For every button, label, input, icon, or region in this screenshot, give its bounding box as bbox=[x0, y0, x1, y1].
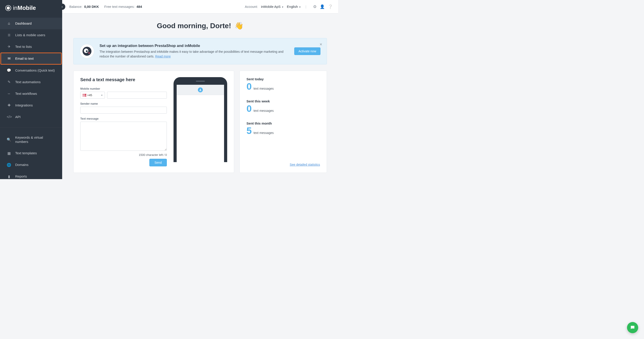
stat-month-label: Sent this month bbox=[246, 122, 320, 125]
sidebar-item-conversations[interactable]: 💬 Conversations (Quick text) bbox=[0, 64, 62, 76]
sidebar-item-email-to-text[interactable]: ✉ Email to text bbox=[0, 52, 62, 64]
balance-value: 0,00 DKK bbox=[84, 5, 99, 8]
alert-description: The integration between Prestashop and i… bbox=[100, 50, 289, 59]
sidebar-item-api[interactable]: </> API bbox=[0, 111, 62, 123]
sidebar-item-lists[interactable]: ≣ Lists & mobile users bbox=[0, 29, 62, 41]
sidebar-item-label: Email to text bbox=[15, 56, 34, 61]
sidebar-item-automations[interactable]: ✎ Text automations bbox=[0, 76, 62, 88]
content-scroll[interactable]: Good morning, Dorte! 👋 × Set up an integ… bbox=[62, 14, 338, 179]
chevron-left-icon: ‹ bbox=[62, 5, 63, 8]
stat-today-unit: text messages bbox=[254, 87, 274, 90]
stat-today-label: Sent today bbox=[246, 77, 320, 81]
stat-week-unit: text messages bbox=[254, 109, 274, 112]
sidebar-item-reports[interactable]: ▮ Reports bbox=[0, 171, 62, 179]
grid-icon: ▦ bbox=[7, 151, 11, 156]
stat-week-label: Sent this week bbox=[246, 99, 320, 103]
read-more-link[interactable]: Read more bbox=[155, 54, 170, 58]
sidebar-item-label: Keywords & virtual numbers bbox=[15, 136, 56, 144]
chevron-down-icon: ▼ bbox=[299, 6, 301, 8]
account-dropdown[interactable]: inMobile ApS ▼ bbox=[261, 5, 284, 8]
chevron-down-icon: ▾ bbox=[101, 94, 102, 96]
chart-icon: ▮ bbox=[7, 174, 11, 179]
mobile-number-label: Mobile number bbox=[80, 87, 167, 90]
main-content: ‹ Balance: 0,00 DKK Free text messages: … bbox=[62, 0, 338, 179]
puzzle-icon: ✚ bbox=[7, 103, 11, 108]
alert-title: Set up an integration between PrestaShop… bbox=[100, 44, 289, 48]
send-card-title: Send a text message here bbox=[80, 77, 167, 82]
sidebar-item-label: Conversations (Quick text) bbox=[15, 68, 55, 73]
flag-dk-icon bbox=[83, 94, 86, 96]
sidebar-item-text-to-lists[interactable]: ✈ Text to lists bbox=[0, 41, 62, 52]
help-icon[interactable]: ❔ bbox=[328, 4, 333, 9]
arrows-icon: ↔ bbox=[7, 92, 11, 96]
chat-icon: 💬 bbox=[7, 68, 11, 73]
sidebar-collapse-button[interactable]: ‹ bbox=[59, 4, 65, 10]
greeting-title: Good morning, Dorte! 👋 bbox=[73, 22, 327, 30]
send-button[interactable]: Send bbox=[149, 159, 167, 166]
stats-card: Sent today 0 text messages Sent this wee… bbox=[240, 71, 327, 173]
sender-name-input[interactable] bbox=[80, 107, 167, 114]
sidebar-item-domains[interactable]: 🌐 Domains bbox=[0, 159, 62, 171]
list-icon: ≣ bbox=[7, 33, 11, 37]
character-count: 1500 character left / 0 bbox=[80, 153, 167, 156]
sidebar-item-label: Text to lists bbox=[15, 45, 32, 49]
key-icon: 🔍 bbox=[7, 138, 11, 142]
mobile-number-input[interactable] bbox=[107, 92, 167, 98]
free-texts-value: 484 bbox=[136, 5, 142, 8]
envelope-icon: ✉ bbox=[7, 56, 11, 61]
gear-icon[interactable]: ⚙ bbox=[313, 4, 317, 9]
globe-icon: 🌐 bbox=[7, 163, 11, 167]
account-label: Account: bbox=[245, 5, 258, 8]
sidebar: inMobile ⌂ Dashboard ≣ Lists & mobile us… bbox=[0, 0, 62, 179]
sidebar-item-label: Integrations bbox=[15, 103, 33, 108]
sidebar-item-label: Text workflows bbox=[15, 92, 37, 96]
phone-avatar-icon bbox=[198, 88, 203, 92]
free-texts-label: Free text messages: bbox=[104, 5, 134, 8]
sender-name-label: Sender name bbox=[80, 102, 167, 105]
wave-emoji: 👋 bbox=[234, 22, 244, 30]
logo-icon bbox=[5, 5, 11, 11]
language-dropdown[interactable]: English ▼ bbox=[287, 5, 301, 8]
sidebar-item-dashboard[interactable]: ⌂ Dashboard bbox=[0, 18, 62, 29]
close-icon[interactable]: × bbox=[320, 42, 322, 47]
svg-point-3 bbox=[200, 89, 201, 90]
activate-button[interactable]: Activate now bbox=[294, 48, 320, 55]
phone-preview bbox=[174, 77, 227, 166]
user-icon[interactable]: 👤 bbox=[320, 4, 325, 9]
stat-month-value: 5 bbox=[246, 126, 252, 136]
text-message-textarea[interactable] bbox=[80, 122, 167, 151]
stat-week-value: 0 bbox=[246, 104, 252, 113]
sidebar-item-workflows[interactable]: ↔ Text workflows bbox=[0, 88, 62, 100]
chevron-down-icon: ▼ bbox=[282, 6, 284, 8]
wand-icon: ✎ bbox=[7, 80, 11, 84]
stat-today-value: 0 bbox=[246, 82, 252, 91]
sidebar-item-label: Text automations bbox=[15, 80, 40, 84]
sidebar-item-label: Lists & mobile users bbox=[15, 33, 45, 37]
svg-point-2 bbox=[86, 50, 88, 52]
sidebar-item-templates[interactable]: ▦ Text templates bbox=[0, 148, 62, 159]
home-icon: ⌂ bbox=[7, 21, 11, 26]
country-code-select[interactable]: +45 ▾ bbox=[80, 92, 105, 98]
sidebar-item-label: Reports bbox=[15, 174, 27, 179]
detailed-stats-link[interactable]: See detailed statistics bbox=[246, 163, 320, 166]
topbar: ‹ Balance: 0,00 DKK Free text messages: … bbox=[62, 0, 338, 14]
sidebar-item-keywords[interactable]: 🔍 Keywords & virtual numbers bbox=[0, 132, 62, 148]
logo-text: inMobile bbox=[13, 4, 36, 12]
stat-month-unit: text messages bbox=[254, 131, 274, 134]
text-message-label: Text message bbox=[80, 117, 167, 120]
balance-label: Balance: bbox=[69, 5, 82, 8]
sidebar-item-label: Domains bbox=[15, 163, 28, 167]
send-text-card: Send a text message here Mobile number +… bbox=[73, 71, 234, 173]
paper-plane-icon: ✈ bbox=[7, 44, 11, 49]
code-icon: </> bbox=[7, 115, 11, 119]
prestashop-logo-icon bbox=[80, 44, 94, 58]
sidebar-item-label: API bbox=[15, 115, 20, 119]
integration-alert: × Set up an integration between PrestaSh… bbox=[73, 38, 327, 64]
sidebar-item-label: Text templates bbox=[15, 151, 37, 156]
phone-speaker-icon bbox=[196, 81, 205, 82]
brand-logo[interactable]: inMobile bbox=[0, 0, 62, 17]
sidebar-item-integrations[interactable]: ✚ Integrations bbox=[0, 100, 62, 111]
sidebar-item-label: Dashboard bbox=[15, 22, 32, 26]
